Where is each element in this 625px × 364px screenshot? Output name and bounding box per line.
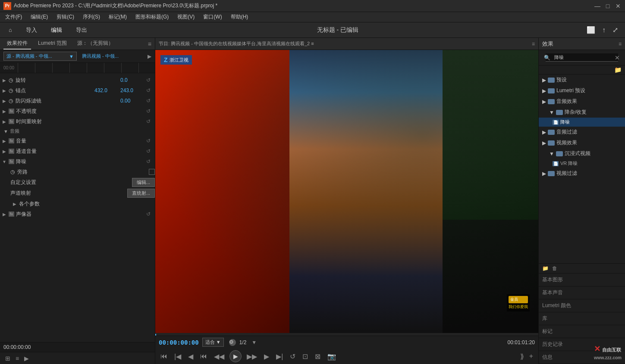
vr-noise-item[interactable]: 📄 VR 降噪 <box>539 159 625 168</box>
antiflicker-reset[interactable]: ↺ <box>146 98 155 104</box>
play-icon-small[interactable]: ▶ <box>22 354 31 363</box>
close-button[interactable]: ✕ <box>615 3 622 9</box>
anchor-stopwatch[interactable]: ◷ <box>9 87 16 93</box>
library-section[interactable]: 库 <box>539 312 625 325</box>
bypass-checkbox[interactable] <box>149 169 155 175</box>
anchor-expand[interactable]: ▶ <box>0 88 9 93</box>
lumetri-header[interactable]: ▶ Lumetri 预设 <box>539 85 625 96</box>
edit-button-custom[interactable]: 编辑... <box>132 178 155 187</box>
in-point-icon[interactable]: ⏮ <box>159 352 169 361</box>
presets-header[interactable]: ▶ 预设 <box>539 75 625 85</box>
camera-icon[interactable]: 📷 <box>326 352 338 361</box>
maximize-button[interactable]: □ <box>604 3 611 9</box>
panner-expand[interactable]: ▶ <box>0 212 9 217</box>
monitor-scrubber[interactable] <box>155 333 538 336</box>
prev-edit-icon[interactable]: |◀ <box>173 352 183 361</box>
delete-icon[interactable]: 🗑 <box>552 265 557 271</box>
lumetri-colors-section[interactable]: Lumetri 颜色 <box>539 299 625 312</box>
timeremap-reset[interactable]: ↺ <box>146 118 155 124</box>
panner-reset[interactable]: ↺ <box>146 211 155 217</box>
ch-vol-expand[interactable]: ▶ <box>0 149 9 154</box>
clip-controls[interactable]: ▶ <box>148 53 151 59</box>
panel-menu-icon[interactable]: ≡ <box>148 40 151 47</box>
tab-lumetri-scope[interactable]: Lumetri 范围 <box>35 38 70 50</box>
noise-expand[interactable]: ▼ <box>0 159 9 164</box>
ch-vol-reset[interactable]: ↺ <box>146 148 155 154</box>
list-view-icon[interactable]: ≡ <box>14 354 21 363</box>
lift-icon[interactable]: ⊡ <box>301 352 310 361</box>
opacity-reset[interactable]: ↺ <box>146 108 155 114</box>
export-button[interactable]: 导出 <box>72 25 91 36</box>
menu-graphics[interactable]: 图形和标题(G) <box>132 12 172 22</box>
noise-item[interactable]: 📄 降噪 <box>539 118 625 127</box>
search-clear-icon[interactable]: ✕ <box>615 54 620 61</box>
bypass-stopwatch[interactable]: ◷ <box>10 169 17 175</box>
share-icon[interactable]: ↑ <box>600 25 607 35</box>
menu-marker[interactable]: 标记(M) <box>105 12 130 22</box>
rotation-expand[interactable]: ▶ <box>0 78 9 83</box>
menu-edit[interactable]: 编辑(E) <box>27 12 51 22</box>
prev-frame-icon[interactable]: ◀◀ <box>212 352 226 361</box>
menu-sequence[interactable]: 序列(S) <box>79 12 104 22</box>
markers-section[interactable]: 标记 <box>539 325 625 338</box>
menu-window[interactable]: 窗口(W) <box>200 12 225 22</box>
edit-button[interactable]: 编辑 <box>47 25 66 36</box>
settings-icon[interactable]: ⬜ <box>585 25 597 35</box>
anchor-x[interactable]: 432.0 <box>94 87 120 93</box>
step-fwd-icon[interactable]: ▶ <box>262 352 271 361</box>
minimize-button[interactable]: — <box>594 3 601 9</box>
basic-audio-section[interactable]: 基本声音 <box>539 286 625 299</box>
monitor-timecode[interactable]: 00:00:00:00 <box>159 339 199 346</box>
import-button[interactable]: 导入 <box>22 25 41 36</box>
monitor-menu[interactable]: ≡ <box>532 41 535 47</box>
audio-section-header[interactable]: ▼ 音频 <box>0 127 155 136</box>
anchor-y[interactable]: 243.0 <box>120 87 146 93</box>
plus-icon[interactable]: + <box>528 352 535 361</box>
effects-folder-icon[interactable]: 📁 <box>614 66 622 73</box>
loop-icon[interactable]: ↺ <box>288 352 297 361</box>
volume-reset[interactable]: ↺ <box>146 138 155 144</box>
effects-search-input[interactable] <box>546 53 618 62</box>
menu-file[interactable]: 文件(F) <box>2 12 25 22</box>
new-bin-icon[interactable]: 📁 <box>542 265 549 271</box>
menu-clip[interactable]: 剪辑(C) <box>53 12 78 22</box>
tab-effect-controls[interactable]: 效果控件 <box>3 38 31 50</box>
home-button[interactable]: ⌂ <box>5 25 16 35</box>
fit-dropdown[interactable]: 适合 ▼ <box>202 338 224 347</box>
volume-expand[interactable]: ▶ <box>0 139 9 143</box>
rotation-reset[interactable]: ↺ <box>146 77 155 83</box>
audio-fx-header[interactable]: ▶ 音频效果 <box>539 96 625 107</box>
fraction-dropdown[interactable]: ▼ <box>251 339 257 345</box>
noise-cat-header[interactable]: ▼ 降杂/收复 <box>539 107 625 118</box>
anchor-reset[interactable]: ↺ <box>146 87 155 93</box>
video-fx-header[interactable]: ▶ 视频效果 <box>539 137 625 148</box>
settings-wrench[interactable]: ⚙ <box>229 339 236 346</box>
play-button[interactable]: ▶ <box>229 350 242 362</box>
extract-icon[interactable]: ⊠ <box>313 352 322 361</box>
fullscreen-icon[interactable]: ⤢ <box>611 25 620 35</box>
filter-icon[interactable]: ⊞ <box>3 354 12 363</box>
direct-button[interactable]: 直统射... <box>127 189 155 198</box>
tab-source[interactable]: 源：（无剪辑） <box>74 38 117 50</box>
step-back-icon[interactable]: ⏮ <box>198 352 209 361</box>
rotation-stopwatch[interactable]: ◷ <box>9 77 16 83</box>
timeremap-expand[interactable]: ▶ <box>0 119 9 124</box>
menu-help[interactable]: 帮助(H) <box>227 12 252 22</box>
noise-reset[interactable]: ↺ <box>146 159 155 165</box>
antiflicker-expand[interactable]: ▶ <box>0 99 9 103</box>
opacity-expand[interactable]: ▶ <box>0 109 9 114</box>
each-param-expand[interactable]: ▶ <box>10 202 19 206</box>
wrench-icon[interactable]: ⟫ <box>518 352 526 361</box>
video-filter-header[interactable]: ▶ 视频过滤 <box>539 168 625 179</box>
antiflicker-value[interactable]: 0.00 <box>120 98 146 104</box>
immersive-header[interactable]: ▼ 沉浸式视频 <box>539 148 625 159</box>
menu-view[interactable]: 视图(V) <box>174 12 198 22</box>
next-frame-icon[interactable]: ▶▶ <box>245 352 259 361</box>
rotation-value[interactable]: 0.0 <box>120 77 146 83</box>
basic-graphics-section[interactable]: 基本图形 <box>539 274 625 286</box>
antiflicker-stopwatch[interactable]: ◷ <box>9 98 16 104</box>
next-edit-icon[interactable]: ▶| <box>274 352 285 361</box>
back-frame-icon[interactable]: ◀ <box>186 352 195 361</box>
audio-filter-header[interactable]: ▶ 音频过滤 <box>539 127 625 137</box>
effects-menu-icon[interactable]: ≡ <box>619 41 622 47</box>
